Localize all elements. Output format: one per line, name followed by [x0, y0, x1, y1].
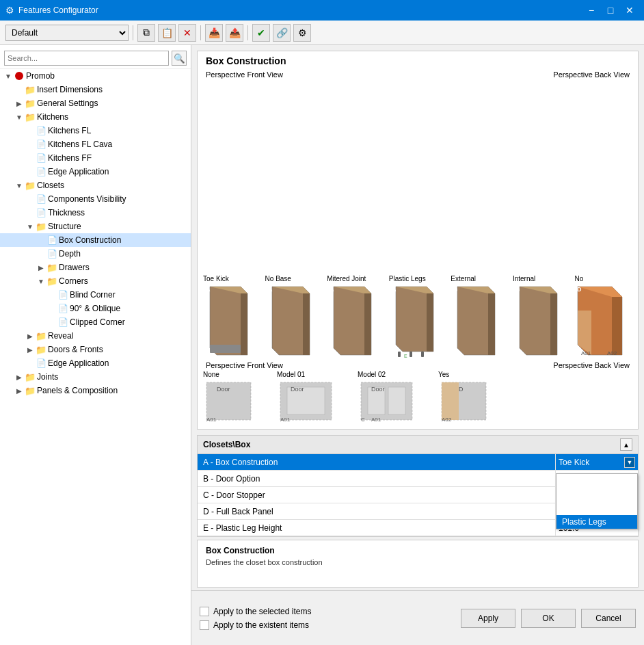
tree-item-insert-dimensions[interactable]: 📁 Insert Dimensions	[0, 83, 191, 96]
expand-icon: ▼	[3, 70, 14, 81]
checkbox-box-2[interactable]	[200, 620, 209, 630]
tree-label-kitchens-fl: Kitchens FL	[48, 126, 91, 135]
tree-item-closets[interactable]: ▼ 📁 Closets	[0, 179, 191, 192]
grid-cell-value-box-construction[interactable]: Toe Kick ▼ Toe Kick Base Mitered Butt Pl…	[556, 457, 638, 468]
close-button[interactable]: ✕	[621, 1, 639, 19]
link-button[interactable]: 🔗	[273, 24, 291, 42]
tree-item-90-oblique[interactable]: 📄 90° & Oblique	[0, 302, 191, 315]
tree-search-button[interactable]: 🔍	[172, 51, 187, 66]
tree-item-kitchens-fl-cava[interactable]: 📄 Kitchens FL Cava	[0, 137, 191, 151]
tree-item-depth[interactable]: 📄 Depth	[0, 247, 191, 261]
tree-item-blind-corner[interactable]: 📄 Blind Corner	[0, 288, 191, 302]
cab-toe-kick[interactable]: Toe Kick A	[203, 275, 261, 358]
cab-no-base[interactable]: No Base A	[265, 275, 323, 358]
cab-svg-plastic-legs: A E	[389, 283, 437, 358]
grid-row-box-construction[interactable]: A - Box Construction Toe Kick ▼ Toe Kick…	[198, 454, 638, 471]
tree-item-panels-comp[interactable]: ▶ 📁 Panels & Composition	[0, 384, 191, 397]
tree-item-promob[interactable]: ▼ Promob	[0, 69, 191, 83]
tree-item-kitchens[interactable]: ▼ 📁 Kitchens	[0, 110, 191, 124]
tree-panel: 🔍 ▼ Promob 📁 Insert Dimensions ▶ 📁 Gener…	[0, 45, 191, 645]
dropdown-arrow-box-construction[interactable]: ▼	[624, 457, 635, 468]
svg-text:A01: A01	[280, 417, 291, 423]
tree-item-kitchens-fl[interactable]: 📄 Kitchens FL	[0, 124, 191, 137]
cab-door-model02[interactable]: Model 02 Door C A01	[358, 371, 433, 423]
cancel-button[interactable]: Cancel	[581, 609, 636, 628]
checkbox-apply-selected[interactable]: Apply to the selected items	[200, 607, 311, 616]
checkbox-apply-existent[interactable]: Apply to the existent items	[200, 620, 311, 630]
dropdown-opt-plastic-legs[interactable]: Plastic Legs	[556, 515, 637, 529]
page-icon: 📄	[36, 139, 46, 150]
right-panel: Box Construction Perspective Front View …	[191, 45, 644, 645]
cab-door-model01[interactable]: Model 01 Door A01	[277, 371, 352, 423]
import-button[interactable]: 📥	[205, 24, 223, 42]
folder-icon: 📁	[46, 262, 57, 273]
tree-item-edge-app-k[interactable]: 📄 Edge Application	[0, 165, 191, 179]
expand-icon: ▶	[14, 385, 25, 396]
leaf-icon: 📄	[36, 358, 46, 369]
dropdown-trigger-box-construction[interactable]: Toe Kick ▼	[559, 457, 635, 468]
tree-label-promob: Promob	[26, 71, 55, 81]
expand-icon: ▶	[36, 262, 46, 273]
dropdown-opt-toe-kick[interactable]: Toe Kick	[556, 474, 637, 488]
cab-mitered-joint[interactable]: Mitered Joint A	[327, 275, 385, 358]
expand-icon: ▼	[25, 221, 36, 232]
tree-label-closets: Closets	[37, 181, 64, 190]
tree-item-kitchens-ff[interactable]: 📄 Kitchens FF	[0, 151, 191, 165]
profile-selector[interactable]: Default	[5, 25, 129, 41]
tree-item-box-construction[interactable]: 📄 Box Construction	[0, 233, 191, 247]
cab-door-none[interactable]: None Door A01	[203, 371, 271, 423]
toolbar: Default ⧉ 📋 ✕ 📥 📤 ✔ 🔗 ⚙	[0, 21, 644, 45]
svg-text:A: A	[330, 286, 334, 293]
svg-rect-18	[421, 352, 424, 357]
description-text: Defines the closet box construction	[206, 558, 630, 566]
tree-item-thickness[interactable]: 📄 Thickness	[0, 206, 191, 220]
tree-label-joints: Joints	[37, 372, 58, 382]
ok-button[interactable]: OK	[521, 609, 576, 628]
tree-item-comp-visibility[interactable]: 📄 Components Visibility	[0, 192, 191, 206]
leaf-icon: 📄	[57, 303, 68, 314]
tree-item-general-settings[interactable]: ▶ 📁 General Settings	[0, 96, 191, 110]
description-title: Box Construction	[206, 546, 630, 555]
expand-icon	[25, 139, 36, 150]
tree-item-edge-app-c[interactable]: 📄 Edge Application	[0, 356, 191, 370]
delete-button[interactable]: ✕	[178, 24, 196, 42]
cab-internal[interactable]: Internal B	[513, 275, 571, 358]
minimize-button[interactable]: −	[582, 1, 600, 19]
dropdown-menu-box-construction[interactable]: Toe Kick Base Mitered Butt Plastic Legs	[556, 473, 638, 529]
cab-door-yes[interactable]: Yes D A02	[438, 371, 507, 423]
back-view-label2: Perspective Back View	[553, 361, 630, 369]
folder-icon	[14, 70, 25, 81]
tree-item-structure[interactable]: ▼ 📁 Structure	[0, 220, 191, 233]
cab-external[interactable]: External B	[451, 275, 509, 358]
copy-button[interactable]: ⧉	[137, 24, 155, 42]
checkbox-box-1[interactable]	[200, 607, 209, 616]
tree-item-doors-fronts[interactable]: ▶ 📁 Doors & Fronts	[0, 343, 191, 356]
checkbox-label-2: Apply to the existent items	[213, 620, 309, 630]
tree-item-drawers[interactable]: ▶ 📁 Drawers	[0, 261, 191, 274]
tree-item-clipped-corner[interactable]: 📄 Clipped Corner	[0, 315, 191, 329]
settings-button[interactable]: ⚙	[293, 24, 311, 42]
paste-button[interactable]: 📋	[158, 24, 176, 42]
grid-collapse-button[interactable]: ▲	[620, 438, 632, 451]
maximize-button[interactable]: □	[602, 1, 619, 19]
cab-label-no: No	[574, 275, 583, 282]
tree-item-reveal[interactable]: ▶ 📁 Reveal	[0, 329, 191, 343]
property-grid: Closets\Box ▲ A - Box Construction Toe K…	[197, 435, 639, 537]
dropdown-opt-mitered-butt[interactable]: Mitered Butt	[556, 501, 637, 515]
cab-plastic-legs[interactable]: Plastic Legs A E	[389, 275, 447, 358]
apply-button[interactable]: Apply	[461, 609, 515, 628]
dropdown-opt-base[interactable]: Base	[556, 488, 637, 501]
export-button[interactable]: 📤	[226, 24, 243, 42]
check-button[interactable]: ✔	[252, 24, 270, 42]
svg-text:D: D	[577, 286, 582, 293]
tree-item-joints[interactable]: ▶ 📁 Joints	[0, 370, 191, 384]
cab-svg-toe-kick: A	[203, 283, 251, 358]
cab-no[interactable]: No D A01 A02	[574, 275, 632, 358]
viz-title: Box Construction	[198, 51, 638, 66]
cab-svg-mitered-joint: A	[327, 283, 375, 358]
tree-item-corners[interactable]: ▼ 📁 Corners	[0, 274, 191, 288]
tree-search-input[interactable]	[4, 51, 169, 66]
tree-label-drawers: Drawers	[59, 263, 90, 272]
svg-marker-2	[241, 293, 247, 355]
page-icon: 📄	[36, 207, 46, 218]
